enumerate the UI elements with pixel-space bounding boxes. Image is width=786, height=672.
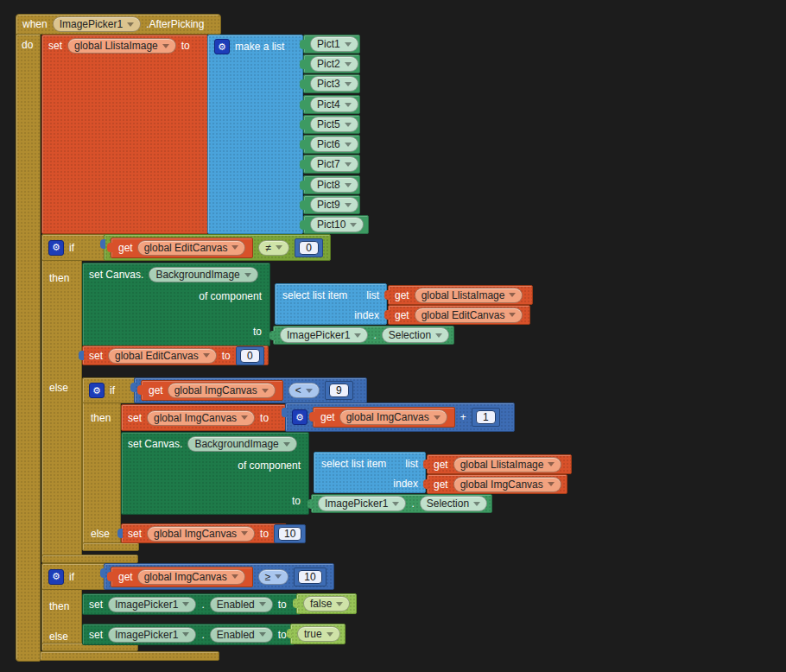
variable-dropdown-llistaimage[interactable]: global LlistaImage [415,288,523,303]
pict6-block[interactable]: Pict6 [303,135,360,154]
if1-block-header[interactable]: ⚙ if [41,234,107,261]
property-dropdown-backgroundimage[interactable]: BackgroundImage [187,436,296,452]
component-dropdown-imagepicker[interactable]: ImagePicker1 [108,597,196,612]
mutator-icon[interactable]: ⚙ [89,383,105,398]
mutator-icon[interactable]: ⚙ [292,409,307,425]
set-imagepicker-enabled-block-else[interactable]: set ImagePicker1 . Enabled to [82,624,295,645]
if2-block-header[interactable]: ⚙ if [82,377,136,403]
variable-dropdown-imgcanvas[interactable]: global ImgCanvas [147,526,255,542]
not-equal-comparison-block[interactable]: get global EditCanvas ≠ 0 [104,234,331,261]
number-block-0[interactable]: 0 [295,238,323,257]
pict10-block[interactable]: Pict10 [303,215,369,234]
pict5-block[interactable]: Pict5 [303,115,360,134]
variable-dropdown-llistaimage[interactable]: global LlistaImage [453,457,562,472]
number-block-10[interactable]: 10 [294,567,326,586]
select-list-item-block-1[interactable]: select list item list index [275,283,387,325]
number-block-9[interactable]: 9 [325,381,353,400]
variable-dropdown-editcanvas[interactable]: global EditCanvas [137,240,246,256]
set-global-editcanvas-to-0-block[interactable]: set global EditCanvas to 0 [82,346,269,365]
variable-dropdown-imgcanvas[interactable]: global ImgCanvas [168,383,276,398]
property-dropdown-selection[interactable]: Selection [382,327,449,343]
get-global-imgcanvas-block[interactable]: get global ImgCanvas [141,380,283,401]
variable-dropdown-imgcanvas[interactable]: global ImgCanvas [339,409,447,425]
event-block-footer[interactable] [40,651,219,661]
variable-dropdown-llistaimage[interactable]: global LlistaImage [67,38,176,54]
pict8-dropdown[interactable]: Pict8 [310,177,358,193]
mutator-icon[interactable]: ⚙ [48,240,64,256]
variable-dropdown-imgcanvas[interactable]: global ImgCanvas [137,569,245,585]
imagepicker-selection-getter-block-2[interactable]: ImagePicker1 . Selection [311,494,492,513]
less-than-comparison-block[interactable]: get global ImgCanvas < 9 [134,377,367,403]
mutator-icon[interactable]: ⚙ [48,569,64,585]
pict2-block[interactable]: Pict2 [303,54,360,73]
pict6-dropdown[interactable]: Pict6 [310,136,358,152]
component-dropdown-imagepicker[interactable]: ImagePicker1 [108,627,196,643]
pict1-block[interactable]: Pict1 [303,35,360,54]
when-imagepicker-afterpicking-block[interactable]: when ImagePicker1 .AfterPicking [16,14,221,35]
pict4-block[interactable]: Pict4 [303,95,360,114]
operator-dropdown-neq[interactable]: ≠ [258,240,289,256]
if2-block-bottom[interactable] [82,542,139,551]
property-dropdown-enabled[interactable]: Enabled [210,627,273,643]
set-global-imgcanvas-block[interactable]: set global ImgCanvas to [121,404,286,431]
get-global-llistaimage-block-2[interactable]: get global LlistaImage [427,454,572,474]
operator-dropdown-lt[interactable]: < [288,383,320,398]
variable-dropdown-editcanvas[interactable]: global EditCanvas [108,348,217,364]
component-dropdown-imagepicker[interactable]: ImagePicker1 [280,327,368,343]
make-a-list-block[interactable]: ⚙ make a list [207,35,303,234]
pict1-dropdown[interactable]: Pict1 [310,36,358,52]
operator-dropdown-gte[interactable]: ≥ [258,569,289,585]
pict7-dropdown[interactable]: Pict7 [310,156,358,172]
get-global-imgcanvas-block[interactable]: get global ImgCanvas [111,567,253,587]
addition-block[interactable]: ⚙ get global ImgCanvas + 1 [285,403,515,432]
if2-block-spine[interactable] [82,377,121,550]
set-global-imgcanvas-to-10-block[interactable]: set global ImgCanvas to 10 [121,523,287,543]
property-dropdown-backgroundimage[interactable]: BackgroundImage [149,267,257,282]
logic-dropdown-true[interactable]: true [297,626,340,642]
number-field[interactable]: 10 [298,570,321,584]
property-dropdown-enabled[interactable]: Enabled [210,597,273,612]
if1-block-bottom[interactable] [41,555,138,563]
set-canvas-backgroundimage-block-2[interactable]: set Canvas. BackgroundImage of component… [121,432,309,515]
mutator-icon[interactable]: ⚙ [214,39,230,54]
variable-dropdown-imgcanvas[interactable]: global ImgCanvas [453,477,561,492]
pict10-dropdown[interactable]: Pict10 [310,217,364,232]
get-global-imgcanvas-block[interactable]: get global ImgCanvas [313,407,455,428]
number-block-1[interactable]: 1 [472,408,500,427]
set-global-llistaimage-block[interactable]: set global LlistaImage to [41,35,208,234]
pict3-dropdown[interactable]: Pict3 [310,76,358,92]
get-global-llistaimage-block-1[interactable]: get global LlistaImage [388,285,533,305]
logic-false-block[interactable]: false [296,593,357,614]
pict4-dropdown[interactable]: Pict4 [310,97,358,112]
get-global-imgcanvas-block-2[interactable]: get global ImgCanvas [427,474,567,494]
pict3-block[interactable]: Pict3 [303,74,360,93]
event-block-spine[interactable] [16,34,41,662]
pict7-block[interactable]: Pict7 [303,155,360,174]
set-imagepicker-enabled-block-then[interactable]: set ImagePicker1 . Enabled to [82,593,301,615]
number-field[interactable]: 9 [329,384,349,397]
select-list-item-block-2[interactable]: select list item list index [314,452,426,493]
event-component-dropdown[interactable]: ImagePicker1 [53,16,141,32]
pict8-block[interactable]: Pict8 [303,175,360,194]
get-global-editcanvas-block[interactable]: get global EditCanvas [111,238,253,258]
number-block-10[interactable]: 10 [274,524,306,543]
property-dropdown-selection[interactable]: Selection [420,496,487,511]
number-field[interactable]: 0 [299,241,319,255]
set-canvas-backgroundimage-block-1[interactable]: set Canvas. BackgroundImage of component… [82,263,270,346]
number-field[interactable]: 0 [240,349,260,363]
pict2-dropdown[interactable]: Pict2 [310,56,358,72]
component-dropdown-imagepicker[interactable]: ImagePicker1 [318,496,406,511]
variable-dropdown-editcanvas[interactable]: global EditCanvas [415,307,523,323]
variable-dropdown-imgcanvas[interactable]: global ImgCanvas [147,410,255,426]
pict9-dropdown[interactable]: Pict9 [310,197,358,212]
imagepicker-selection-getter-block-1[interactable]: ImagePicker1 . Selection [273,326,454,345]
get-global-editcanvas-block-2[interactable]: get global EditCanvas [388,305,530,325]
if3-block-header[interactable]: ⚙ if [41,563,107,590]
logic-true-block[interactable]: true [290,624,345,644]
number-field[interactable]: 10 [278,527,301,541]
number-block-0[interactable]: 0 [236,346,264,365]
number-field[interactable]: 1 [476,410,496,424]
logic-dropdown-false[interactable]: false [303,596,350,612]
greater-equal-comparison-block[interactable]: get global ImgCanvas ≥ 10 [104,563,334,590]
pict5-dropdown[interactable]: Pict5 [310,117,358,132]
